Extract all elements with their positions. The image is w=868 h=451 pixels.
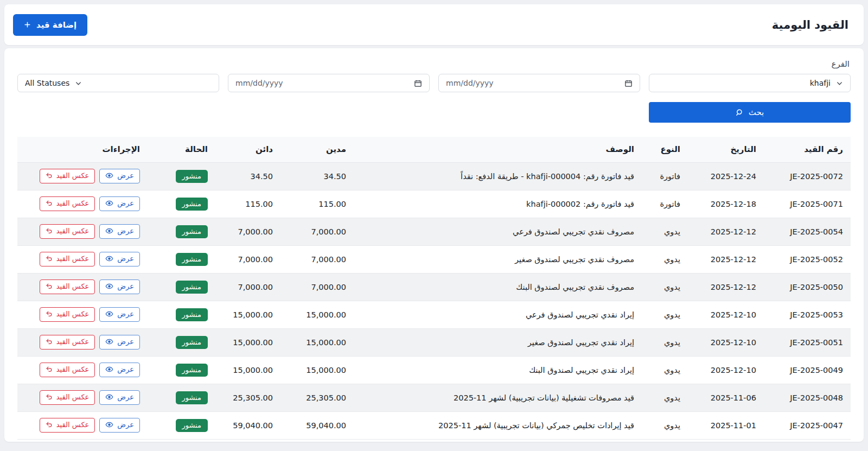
date-from-input[interactable]: mm/dd/yyyy [438, 74, 640, 92]
cell-status: منشور [148, 245, 215, 273]
view-button[interactable]: عرض [99, 363, 140, 378]
eye-icon [105, 393, 113, 401]
cell-description: قيد مصروفات تشغيلية (بيانات تجريبية) لشه… [354, 384, 642, 411]
reverse-entry-button[interactable]: عكس القيد [40, 307, 95, 322]
cell-description: قيد إيرادات تخليص جمركي (بيانات تجريبية)… [354, 411, 642, 439]
view-button[interactable]: عرض [99, 390, 140, 405]
reverse-entry-button[interactable]: عكس القيد [40, 252, 95, 267]
eye-icon [105, 421, 113, 429]
reverse-button-label: عكس القيد [56, 338, 90, 347]
filters-bar: khafji mm/dd/yyyy mm/dd/yyyy All Statuse… [17, 74, 851, 92]
cell-date: 2025-12-10 [688, 328, 764, 356]
cell-description: إيراد نقدي تجريبي لصندوق صغير [354, 328, 642, 356]
table-row: JE-2025-0071 2025-12-18 فاتورة قيد فاتور… [17, 190, 851, 218]
view-button[interactable]: عرض [99, 280, 140, 295]
reverse-entry-button[interactable]: عكس القيد [40, 363, 95, 378]
cell-date: 2025-12-10 [688, 356, 764, 384]
cell-entry-number: JE-2025-0052 [764, 245, 851, 273]
reverse-entry-button[interactable]: عكس القيد [40, 196, 95, 212]
reverse-entry-button[interactable]: عكس القيد [40, 280, 95, 295]
status-badge: منشور [176, 281, 208, 294]
cell-description: مصروف نقدي تجريبي لصندوق صغير [354, 245, 642, 273]
chevron-down-icon [75, 80, 82, 87]
cell-entry-number: JE-2025-0051 [764, 328, 851, 356]
reverse-entry-button[interactable]: عكس القيد [40, 169, 95, 184]
table-body: JE-2025-0072 2025-12-24 فاتورة قيد فاتور… [17, 162, 851, 439]
add-entry-button[interactable]: إضافة قيد [13, 14, 87, 36]
cell-debit: 59,040.00 [280, 411, 354, 439]
cell-type: يدوي [642, 328, 688, 356]
chevron-down-icon [836, 80, 843, 87]
cell-description: قيد فاتورة رقم: khafji-000002 [354, 190, 642, 218]
view-button-label: عرض [117, 227, 134, 236]
reverse-button-label: عكس القيد [56, 393, 90, 402]
column-header-date: التاريخ [688, 137, 764, 162]
cell-debit: 15,000.00 [280, 301, 354, 328]
cell-type: يدوي [642, 273, 688, 301]
plus-icon [24, 21, 31, 28]
view-button[interactable]: عرض [99, 335, 140, 350]
column-header-type: النوع [642, 137, 688, 162]
calendar-icon [624, 79, 633, 87]
view-button[interactable]: عرض [99, 224, 140, 239]
branch-label: الفرع [18, 59, 850, 69]
cell-entry-number: JE-2025-0049 [764, 356, 851, 384]
reverse-entry-button[interactable]: عكس القيد [40, 335, 95, 350]
table-row: JE-2025-0048 2025-11-06 يدوي قيد مصروفات… [17, 384, 851, 411]
cell-status: منشور [148, 273, 215, 301]
cell-debit: 7,000.00 [280, 218, 354, 245]
reverse-button-label: عكس القيد [56, 199, 90, 208]
undo-arrow-icon [46, 283, 53, 290]
cell-actions: عرض عكس القيد [17, 356, 148, 384]
undo-arrow-icon [46, 366, 53, 373]
cell-type: فاتورة [642, 190, 688, 218]
view-button[interactable]: عرض [99, 196, 140, 212]
cell-actions: عرض عكس القيد [17, 245, 148, 273]
cell-credit: 7,000.00 [215, 273, 280, 301]
view-button-label: عرض [117, 421, 134, 430]
cell-entry-number: JE-2025-0054 [764, 218, 851, 245]
reverse-entry-button[interactable]: عكس القيد [40, 224, 95, 239]
cell-type: فاتورة [642, 162, 688, 190]
cell-debit: 34.50 [280, 162, 354, 190]
view-button-label: عرض [117, 255, 134, 264]
date-to-input[interactable]: mm/dd/yyyy [228, 74, 430, 92]
page-header: القيود اليومية إضافة قيد [4, 4, 864, 45]
status-badge: منشور [176, 170, 208, 183]
view-button[interactable]: عرض [99, 252, 140, 267]
undo-arrow-icon [46, 255, 53, 262]
cell-entry-number: JE-2025-0072 [764, 162, 851, 190]
column-header-description: الوصف [354, 137, 642, 162]
cell-date: 2025-12-10 [688, 301, 764, 328]
view-button[interactable]: عرض [99, 169, 140, 184]
cell-debit: 7,000.00 [280, 245, 354, 273]
journal-entries-table: رقم القيد التاريخ النوع الوصف مدين دائن … [17, 137, 851, 440]
cell-debit: 25,305.00 [280, 384, 354, 411]
search-icon [736, 109, 744, 117]
page-title: القيود اليومية [772, 18, 848, 31]
cell-credit: 115.00 [215, 190, 280, 218]
reverse-button-label: عكس القيد [56, 365, 90, 374]
reverse-entry-button[interactable]: عكس القيد [40, 390, 95, 405]
view-button[interactable]: عرض [99, 307, 140, 322]
status-badge: منشور [176, 391, 208, 404]
view-button[interactable]: عرض [99, 418, 140, 433]
cell-type: يدوي [642, 411, 688, 439]
cell-date: 2025-12-12 [688, 245, 764, 273]
status-filter-select[interactable]: All Statuses [17, 74, 219, 92]
reverse-entry-button[interactable]: عكس القيد [40, 418, 95, 433]
search-row: بحث [17, 102, 851, 123]
table-row: JE-2025-0047 2025-11-01 يدوي قيد إيرادات… [17, 411, 851, 439]
cell-status: منشور [148, 218, 215, 245]
cell-status: منشور [148, 190, 215, 218]
table-row: JE-2025-0072 2025-12-24 فاتورة قيد فاتور… [17, 162, 851, 190]
status-badge: منشور [176, 308, 208, 321]
table-row: JE-2025-0050 2025-12-12 يدوي مصروف نقدي … [17, 273, 851, 301]
view-button-label: عرض [117, 199, 134, 208]
view-button-label: عرض [117, 393, 134, 402]
journal-entries-panel: الفرع khafji mm/dd/yyyy mm/dd/yyyy All S… [4, 48, 864, 442]
search-button[interactable]: بحث [649, 102, 851, 123]
cell-entry-number: JE-2025-0050 [764, 273, 851, 301]
cell-date: 2025-11-06 [688, 384, 764, 411]
branch-select[interactable]: khafji [649, 74, 851, 92]
